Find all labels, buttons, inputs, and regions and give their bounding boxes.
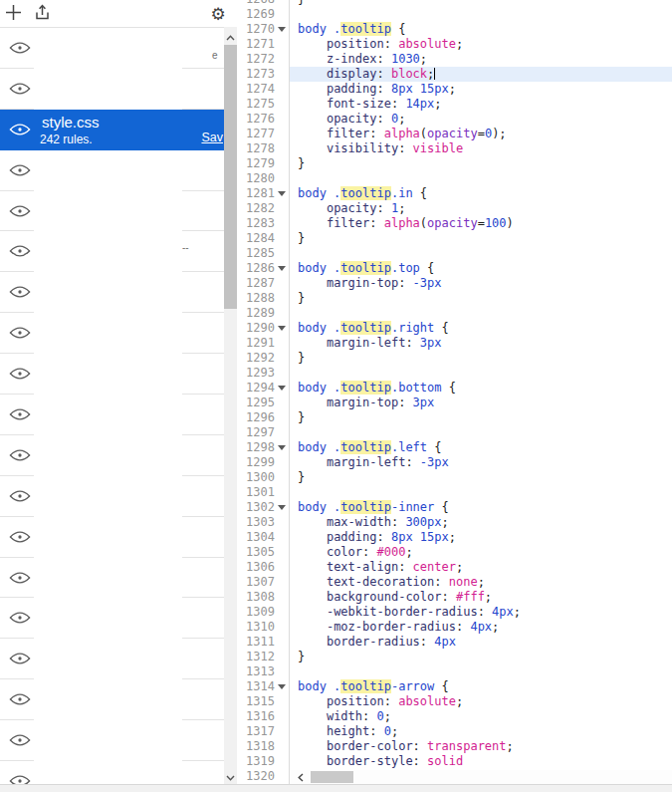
fold-arrow-icon[interactable] xyxy=(278,191,286,196)
import-stylesheet-button[interactable] xyxy=(31,3,53,25)
code-line[interactable]: } xyxy=(290,351,672,366)
code-line[interactable]: body .tooltip.left { xyxy=(290,440,672,455)
code-line[interactable]: } xyxy=(290,410,672,425)
code-line[interactable]: border-radius: 4px xyxy=(290,635,672,650)
eye-visibility-toggle-icon[interactable] xyxy=(9,326,31,340)
stylesheet-row-selected[interactable]: style.css242 rules.Sav xyxy=(0,110,224,150)
stylesheet-row[interactable] xyxy=(0,720,224,761)
stylesheet-row[interactable] xyxy=(0,761,224,785)
code-line[interactable]: max-width: 300px; xyxy=(290,515,672,530)
eye-visibility-toggle-icon[interactable] xyxy=(9,571,31,585)
code-line[interactable]: position: absolute; xyxy=(290,694,672,709)
code-line[interactable]: filter: alpha(opacity=0); xyxy=(290,127,672,141)
stylesheet-row[interactable] xyxy=(0,517,224,558)
fold-arrow-icon[interactable] xyxy=(278,505,286,510)
code-line[interactable] xyxy=(290,485,672,500)
code-editor[interactable]: 1268126912701271127212731274127512761277… xyxy=(237,0,672,785)
code-line[interactable]: opacity: 1; xyxy=(290,201,672,216)
eye-visibility-toggle-icon[interactable] xyxy=(9,652,31,665)
code-line[interactable] xyxy=(290,246,672,261)
stylesheet-row[interactable] xyxy=(0,69,224,110)
code-line[interactable]: margin-left: 3px xyxy=(290,336,672,351)
stylesheet-row[interactable] xyxy=(0,476,224,517)
eye-visibility-toggle-icon[interactable] xyxy=(9,733,31,747)
eye-visibility-toggle-icon[interactable] xyxy=(9,204,31,218)
code-line[interactable]: opacity: 0; xyxy=(290,112,672,127)
stylesheet-row[interactable]: e xyxy=(0,28,224,69)
code-line[interactable]: font-size: 14px; xyxy=(290,97,672,112)
sidebar-scrollbar[interactable] xyxy=(224,27,237,785)
code-line[interactable]: background-color: #fff; xyxy=(290,590,672,605)
fold-arrow-icon[interactable] xyxy=(278,445,286,450)
fold-arrow-icon[interactable] xyxy=(278,27,286,32)
sidebar-scrollbar-thumb[interactable] xyxy=(224,45,237,309)
stylesheet-row[interactable] xyxy=(0,313,224,354)
code-line[interactable]: } xyxy=(290,650,672,664)
eye-visibility-toggle-icon[interactable] xyxy=(9,41,31,55)
scroll-down-button[interactable] xyxy=(224,767,237,785)
code-line[interactable]: body .tooltip { xyxy=(290,22,672,37)
eye-visibility-toggle-icon[interactable] xyxy=(9,285,31,299)
stylesheet-row[interactable] xyxy=(0,191,224,232)
code-line[interactable] xyxy=(290,425,672,440)
stylesheet-row[interactable] xyxy=(0,395,224,435)
stylesheet-row[interactable] xyxy=(0,354,224,395)
code-line[interactable]: position: absolute; xyxy=(290,37,672,52)
code-line[interactable]: padding: 8px 15px; xyxy=(290,82,672,97)
stylesheet-row[interactable] xyxy=(0,679,224,720)
stylesheet-row[interactable] xyxy=(0,150,224,191)
options-gear-button[interactable]: ⚙ xyxy=(207,3,229,25)
code-line[interactable]: border-color: transparent; xyxy=(290,739,672,754)
code-line[interactable]: } xyxy=(290,231,672,246)
code-line[interactable]: text-align: center; xyxy=(290,560,672,575)
stylesheet-row[interactable] xyxy=(0,558,224,599)
editor-hscrollbar-thumb[interactable] xyxy=(311,771,353,783)
code-line-active[interactable]: display: block; xyxy=(290,67,672,82)
code-line[interactable]: margin-left: -3px xyxy=(290,455,672,470)
code-line[interactable]: body .tooltip-arrow { xyxy=(290,679,672,694)
code-line[interactable]: margin-top: -3px xyxy=(290,276,672,291)
code-line[interactable]: filter: alpha(opacity=100) xyxy=(290,216,672,231)
eye-visibility-toggle-icon[interactable] xyxy=(9,367,31,381)
code-line[interactable] xyxy=(290,306,672,321)
code-line[interactable]: padding: 8px 15px; xyxy=(290,530,672,545)
stylesheet-row[interactable]: -- xyxy=(0,231,224,272)
eye-visibility-toggle-icon[interactable] xyxy=(9,530,31,544)
code-line[interactable] xyxy=(290,366,672,381)
code-line[interactable]: margin-top: 3px xyxy=(290,396,672,410)
code-line[interactable]: -moz-border-radius: 4px; xyxy=(290,620,672,635)
code-line[interactable] xyxy=(290,664,672,679)
code-line[interactable]: -webkit-border-radius: 4px; xyxy=(290,605,672,620)
save-link[interactable]: Sav xyxy=(201,131,223,144)
stylesheet-row[interactable] xyxy=(0,272,224,313)
eye-visibility-toggle-icon[interactable] xyxy=(9,448,31,462)
scroll-up-button[interactable] xyxy=(224,27,237,45)
code-line[interactable]: body .tooltip.right { xyxy=(290,321,672,336)
code-area[interactable]: }body .tooltip { position: absolute; z-i… xyxy=(290,0,672,785)
code-line[interactable]: body .tooltip.bottom { xyxy=(290,381,672,396)
eye-visibility-toggle-icon[interactable] xyxy=(9,692,31,706)
stylesheet-row[interactable] xyxy=(0,639,224,679)
code-line[interactable]: text-decoration: none; xyxy=(290,575,672,590)
eye-visibility-toggle-icon[interactable] xyxy=(9,489,31,503)
fold-arrow-icon[interactable] xyxy=(278,386,286,391)
eye-visibility-toggle-icon[interactable] xyxy=(9,407,31,421)
eye-visibility-toggle-icon[interactable] xyxy=(9,244,31,258)
code-line[interactable] xyxy=(290,7,672,22)
eye-visibility-toggle-icon[interactable] xyxy=(9,82,31,96)
code-line[interactable]: body .tooltip.top { xyxy=(290,261,672,276)
code-line[interactable]: } xyxy=(290,291,672,306)
code-line[interactable]: body .tooltip.in { xyxy=(290,186,672,201)
code-line[interactable]: } xyxy=(290,470,672,485)
code-line[interactable]: z-index: 1030; xyxy=(290,52,672,67)
fold-arrow-icon[interactable] xyxy=(278,684,286,689)
code-line[interactable]: } xyxy=(290,156,672,171)
stylesheet-row[interactable] xyxy=(0,435,224,476)
code-line[interactable]: visibility: visible xyxy=(290,141,672,156)
code-line[interactable]: body .tooltip-inner { xyxy=(290,500,672,515)
eye-visibility-toggle-icon[interactable] xyxy=(9,163,31,177)
eye-visibility-toggle-icon[interactable] xyxy=(9,611,31,625)
scroll-left-button[interactable] xyxy=(294,770,308,784)
editor-horizontal-scrollbar[interactable] xyxy=(290,770,672,784)
code-line[interactable]: width: 0; xyxy=(290,709,672,724)
